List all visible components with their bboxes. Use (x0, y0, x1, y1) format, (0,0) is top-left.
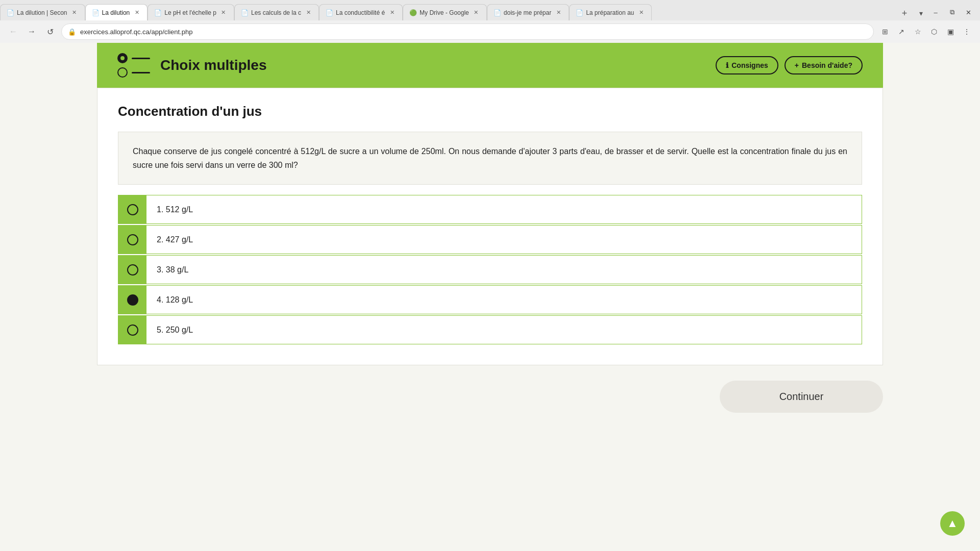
header-buttons: ℹ Consignes + Besoin d'aide? (716, 56, 863, 74)
tab-label: dois-je me prépar (504, 9, 551, 16)
browser-chrome: 📄 La dilution | Secon ✕ 📄 La dilution ✕ … (0, 0, 980, 43)
tab-close-icon[interactable]: ✕ (637, 9, 645, 17)
consignes-label: Consignes (731, 61, 768, 69)
answer-option-4[interactable]: 4. 128 g/L (118, 285, 862, 314)
tab-label: La préparation au (586, 9, 634, 16)
bookmark-icon[interactable]: ☆ (911, 24, 925, 39)
tab-tab2[interactable]: 📄 La dilution ✕ (85, 4, 148, 20)
back-button[interactable]: ← (6, 24, 20, 39)
radio-circle-4 (127, 294, 138, 306)
answer-selector-5 (118, 316, 146, 344)
address-bar[interactable]: 🔒 exercices.alloprof.qc.ca/app/client.ph… (61, 23, 874, 40)
tab-close-icon[interactable]: ✕ (219, 9, 228, 17)
answer-text-3: 3. 38 g/L (146, 265, 862, 274)
tab-close-icon[interactable]: ✕ (133, 9, 141, 17)
tab-close-icon[interactable]: ✕ (70, 9, 79, 17)
radio-row-1 (117, 53, 150, 63)
restore-button[interactable]: ⧉ (944, 6, 960, 18)
tab-tab6[interactable]: 🟢 My Drive - Google ✕ (403, 4, 487, 20)
share-icon[interactable]: ↗ (894, 24, 909, 39)
answer-selector-3 (118, 256, 146, 284)
tab-label: My Drive - Google (420, 9, 469, 16)
new-tab-button[interactable]: + (897, 6, 912, 20)
minimize-button[interactable]: – (928, 6, 943, 18)
tab-label: Les calculs de la c (251, 9, 301, 16)
tab-tab7[interactable]: 📄 dois-je me prépar ✕ (487, 4, 569, 20)
chevron-up-icon: ▲ (947, 517, 958, 530)
tab-expand-button[interactable]: ▾ (914, 6, 928, 20)
besoin-aide-button[interactable]: + Besoin d'aide? (785, 56, 863, 74)
tab-label: Le pH et l'échelle p (164, 9, 216, 16)
radio-circle-1 (127, 204, 138, 215)
tab-close-icon[interactable]: ✕ (304, 9, 312, 17)
tab-label: La dilution (102, 9, 130, 16)
tab-close-icon[interactable]: ✕ (388, 9, 396, 17)
tab-favicon: 📄 (154, 9, 161, 16)
answer-text-4: 4. 128 g/L (146, 295, 862, 305)
more-icon[interactable]: ⋮ (960, 24, 974, 39)
extension-icon[interactable]: ⬡ (927, 24, 941, 39)
tab-label: La conductibilité é (336, 9, 385, 16)
radio-row-2 (117, 67, 150, 78)
answer-option-3[interactable]: 3. 38 g/L (118, 255, 862, 284)
scroll-top-button[interactable]: ▲ (940, 511, 965, 536)
tab-favicon: 📄 (494, 9, 501, 16)
radio-circle-empty (117, 67, 128, 78)
tab-label: La dilution | Secon (17, 9, 67, 16)
tab-tab1[interactable]: 📄 La dilution | Secon ✕ (0, 4, 85, 20)
continue-section: Continuer (0, 365, 980, 428)
answer-selector-1 (118, 195, 146, 223)
radio-icon-group (117, 53, 150, 78)
besoin-aide-label: Besoin d'aide? (802, 61, 852, 69)
exercise-area: Concentration d'un jus Chaque conserve d… (97, 88, 883, 365)
tab-favicon: 📄 (7, 9, 14, 16)
answer-option-2[interactable]: 2. 427 g/L (118, 225, 862, 254)
forward-button[interactable]: → (24, 24, 39, 39)
exercise-title: Concentration d'un jus (118, 104, 862, 119)
tab-favicon: 📄 (92, 9, 99, 16)
tab-favicon: 📄 (576, 9, 583, 16)
plus-icon: + (795, 61, 799, 69)
tab-tab3[interactable]: 📄 Le pH et l'échelle p ✕ (148, 4, 234, 20)
close-button[interactable]: ✕ (961, 6, 976, 18)
answer-text-2: 2. 427 g/L (146, 235, 862, 244)
tab-bar: 📄 La dilution | Secon ✕ 📄 La dilution ✕ … (0, 0, 980, 20)
answer-option-1[interactable]: 1. 512 g/L (118, 195, 862, 224)
tab-tab8[interactable]: 📄 La préparation au ✕ (569, 4, 652, 20)
exercise-header: Choix multiples ℹ Consignes + Besoin d'a… (97, 43, 883, 88)
translate-icon[interactable]: ⊞ (878, 24, 892, 39)
radio-line-1 (132, 58, 150, 59)
reload-button[interactable]: ↺ (43, 24, 57, 39)
answer-option-5[interactable]: 5. 250 g/L (118, 315, 862, 344)
radio-circle-2 (127, 234, 138, 245)
tab-close-icon[interactable]: ✕ (472, 9, 480, 17)
answer-options: 1. 512 g/L 2. 427 g/L 3. 38 g/L 4. 128 g… (118, 195, 862, 344)
tab-close-icon[interactable]: ✕ (554, 9, 562, 17)
tab-tab5[interactable]: 📄 La conductibilité é ✕ (319, 4, 403, 20)
question-box: Chaque conserve de jus congelé concentré… (118, 132, 862, 185)
page-content: Choix multiples ℹ Consignes + Besoin d'a… (0, 43, 980, 428)
question-text: Chaque conserve de jus congelé concentré… (133, 144, 847, 172)
tab-favicon: 📄 (326, 9, 333, 16)
tab-favicon: 📄 (241, 9, 248, 16)
consignes-button[interactable]: ℹ Consignes (716, 56, 778, 74)
answer-selector-4 (118, 286, 146, 314)
tab-tab4[interactable]: 📄 Les calculs de la c ✕ (234, 4, 319, 20)
tab-favicon: 🟢 (409, 9, 416, 16)
toolbar-icons: ⊞ ↗ ☆ ⬡ ▣ ⋮ (878, 24, 974, 39)
url-text: exercices.alloprof.qc.ca/app/client.php (80, 28, 192, 36)
header-left: Choix multiples (117, 53, 266, 78)
info-icon: ℹ (726, 61, 728, 69)
address-bar-row: ← → ↺ 🔒 exercices.alloprof.qc.ca/app/cli… (0, 20, 980, 43)
radio-line-2 (132, 72, 150, 73)
sidebar-icon[interactable]: ▣ (943, 24, 958, 39)
radio-circle-5 (127, 324, 138, 336)
continue-button[interactable]: Continuer (720, 381, 883, 413)
exercise-type-title: Choix multiples (160, 57, 266, 73)
radio-circle-filled (117, 53, 128, 63)
radio-circle-3 (127, 264, 138, 276)
answer-text-1: 1. 512 g/L (146, 205, 862, 214)
window-controls: – ⧉ ✕ (928, 6, 980, 20)
answer-text-5: 5. 250 g/L (146, 325, 862, 335)
lock-icon: 🔒 (68, 28, 76, 36)
